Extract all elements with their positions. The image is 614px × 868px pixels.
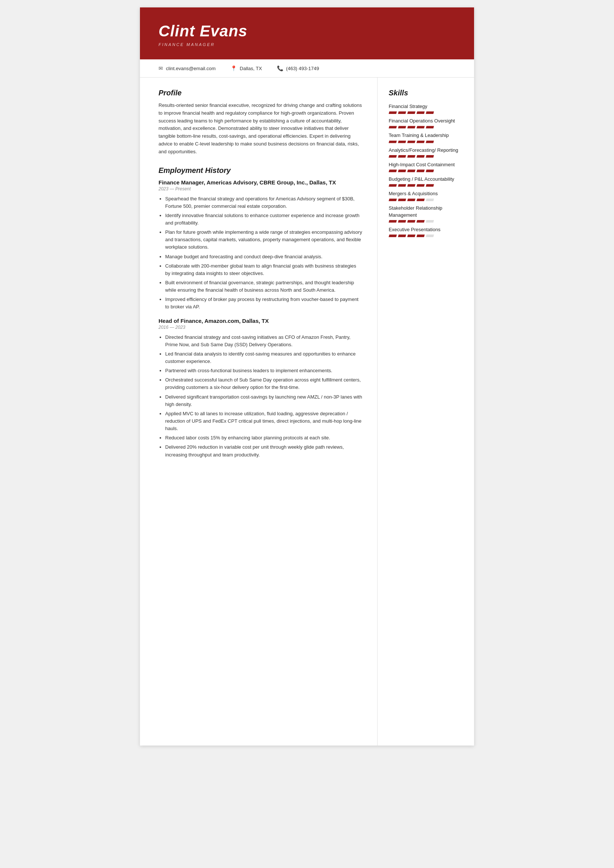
skill-bar-segment-1-4 (426, 126, 434, 129)
skill-bar-segment-0-1 (398, 111, 406, 114)
bullet-1-6: Reduced labor costs 15% by enhancing lab… (165, 434, 362, 442)
bullet-0-3: Manage budget and forecasting and conduc… (165, 253, 362, 260)
skill-bar-segment-7-1 (398, 220, 406, 223)
skill-item-6: Mergers & Acquisitions (389, 191, 463, 201)
job-dates-1: 2016 — 2023 (158, 325, 362, 330)
skill-bar-segment-0-2 (407, 111, 416, 114)
contact-bar: ✉ clint.evans@email.com 📍 Dallas, TX 📞 (… (140, 59, 474, 78)
phone-icon: 📞 (277, 65, 283, 71)
location-value: Dallas, TX (240, 66, 262, 71)
right-column: Skills Financial StrategyFinancial Opera… (378, 78, 474, 746)
skill-item-3: Analytics/Forecasting/ Reporting (389, 147, 463, 158)
main-content: Profile Results-oriented senior financia… (140, 78, 474, 746)
skill-bar-segment-5-1 (398, 184, 406, 187)
skill-bar-segment-1-3 (417, 126, 425, 129)
skill-bar-segment-4-2 (407, 170, 416, 172)
skill-bar-2 (389, 141, 463, 143)
skill-bar-segment-3-2 (407, 155, 416, 158)
bullet-0-6: Improved efficiency of broker pay proces… (165, 296, 362, 311)
bullet-0-4: Collaborate with 200-member global team … (165, 262, 362, 277)
skill-bar-segment-0-3 (417, 111, 425, 114)
skill-bar-segment-5-0 (389, 184, 397, 187)
job-bullets-0: Spearhead the financial strategy and ope… (158, 195, 362, 311)
phone-value: (463) 493-1749 (286, 66, 319, 71)
skill-bar-4 (389, 170, 463, 172)
profile-section: Profile Results-oriented senior financia… (158, 89, 362, 156)
skill-item-8: Executive Presentations (389, 226, 463, 237)
skill-bar-segment-4-3 (417, 170, 425, 172)
skill-bar-5 (389, 184, 463, 187)
skill-bar-segment-3-3 (417, 155, 425, 158)
skill-bar-7 (389, 220, 463, 223)
skill-item-1: Financial Operations Oversight (389, 118, 463, 129)
skill-bar-segment-7-4 (426, 220, 434, 223)
candidate-name: Clint Evans (158, 22, 456, 40)
jobs-container: Finance Manager, Americas Advisory, CBRE… (158, 179, 362, 459)
skill-bar-segment-4-4 (426, 170, 434, 172)
skill-bar-1 (389, 126, 463, 129)
skill-bar-segment-3-1 (398, 155, 406, 158)
bullet-0-5: Built environment of financial governanc… (165, 279, 362, 294)
skill-bar-segment-6-2 (407, 198, 416, 201)
skill-bar-segment-0-4 (426, 111, 434, 114)
bullet-1-5: Applied MVC to all lanes to increase uti… (165, 410, 362, 432)
employment-section: Employment History Finance Manager, Amer… (158, 166, 362, 459)
contact-email: ✉ clint.evans@email.com (158, 65, 216, 71)
bullet-1-0: Directed financial strategy and cost-sav… (165, 333, 362, 349)
contact-location: 📍 Dallas, TX (231, 65, 262, 71)
bullet-1-3: Orchestrated successful launch of Sub Sa… (165, 376, 362, 391)
job-title-1: Head of Finance, Amazon.com, Dallas, TX (158, 318, 362, 324)
contact-phone: 📞 (463) 493-1749 (277, 65, 319, 71)
skill-bar-segment-2-1 (398, 141, 406, 143)
skill-bar-0 (389, 111, 463, 114)
job-item-0: Finance Manager, Americas Advisory, CBRE… (158, 179, 362, 311)
profile-title: Profile (158, 89, 362, 97)
profile-text: Results-oriented senior financial execut… (158, 102, 362, 156)
skill-name-3: Analytics/Forecasting/ Reporting (389, 147, 463, 153)
job-bullets-1: Directed financial strategy and cost-sav… (158, 333, 362, 459)
skill-bar-segment-0-0 (389, 111, 397, 114)
skill-bar-8 (389, 234, 463, 237)
bullet-0-2: Plan for future growth while implementin… (165, 229, 362, 251)
skills-title: Skills (389, 89, 463, 97)
bullet-1-7: Delivered 20% reduction in variable cost… (165, 443, 362, 458)
skills-container: Financial StrategyFinancial Operations O… (389, 103, 463, 237)
email-icon: ✉ (158, 65, 163, 71)
skill-bar-segment-5-2 (407, 184, 416, 187)
skill-bar-segment-8-1 (398, 234, 406, 237)
candidate-title: FINANCE MANAGER (158, 42, 456, 47)
bullet-1-1: Led financial data analysis to identify … (165, 350, 362, 365)
bullet-1-4: Delivered significant transportation cos… (165, 394, 362, 408)
skill-item-2: Team Training & Leadership (389, 132, 463, 143)
skill-bar-segment-2-0 (389, 141, 397, 143)
skill-bar-segment-7-2 (407, 220, 416, 223)
skill-bar-segment-1-2 (407, 126, 416, 129)
skill-bar-segment-7-3 (417, 220, 425, 223)
skill-bar-segment-8-0 (389, 234, 397, 237)
job-title-0: Finance Manager, Americas Advisory, CBRE… (158, 179, 362, 186)
skill-bar-segment-6-3 (417, 198, 425, 201)
bullet-1-2: Partnered with cross-functional business… (165, 367, 362, 374)
skill-name-7: Stakeholder Relationship Management (389, 205, 463, 218)
skill-name-6: Mergers & Acquisitions (389, 191, 463, 197)
skill-bar-segment-6-1 (398, 198, 406, 201)
skill-bar-segment-4-0 (389, 170, 397, 172)
skill-name-0: Financial Strategy (389, 103, 463, 110)
skill-bar-segment-5-4 (426, 184, 434, 187)
location-icon: 📍 (231, 65, 237, 71)
skill-bar-segment-6-0 (389, 198, 397, 201)
bullet-0-0: Spearhead the financial strategy and ope… (165, 195, 362, 210)
skill-bar-segment-8-4 (426, 234, 434, 237)
skill-bar-3 (389, 155, 463, 158)
skill-bar-segment-2-2 (407, 141, 416, 143)
skill-bar-6 (389, 198, 463, 201)
skill-item-7: Stakeholder Relationship Management (389, 205, 463, 222)
skill-bar-segment-6-4 (426, 198, 434, 201)
skill-item-4: High-Impact Cost Containment (389, 161, 463, 172)
skill-name-5: Budgeting / P&L Accountability (389, 176, 463, 183)
skill-item-5: Budgeting / P&L Accountability (389, 176, 463, 187)
skill-bar-segment-8-2 (407, 234, 416, 237)
employment-title: Employment History (158, 166, 362, 175)
bullet-0-1: Identify innovative financial solutions … (165, 212, 362, 227)
skill-bar-segment-2-3 (417, 141, 425, 143)
